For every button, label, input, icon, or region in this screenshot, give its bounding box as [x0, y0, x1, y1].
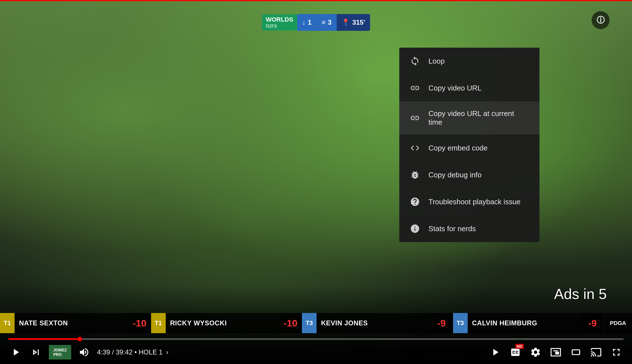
scoreboard-event: WORLDS R2F9 — [262, 14, 297, 31]
time-display: 4:39 / 39:42 • HOLE 1 › — [97, 348, 169, 356]
menu-item-stats-nerds[interactable]: Stats for nerds — [399, 215, 539, 242]
volume-button[interactable] — [77, 345, 91, 360]
player-name-1: NATE SEXTON — [15, 319, 128, 327]
bottom-scoreboard-bar: T1 NATE SEXTON -10 T1 RICKY WYSOCKI -10 … — [0, 313, 632, 333]
menu-item-stats-nerds-label: Stats for nerds — [428, 224, 476, 233]
hd-badge: HD — [515, 344, 524, 349]
context-menu: Loop Copy video URL Copy video URL at cu… — [399, 48, 539, 242]
scoreboard-score-2: ≡ 3 — [317, 14, 336, 31]
menu-item-troubleshoot-label: Troubleshoot playback issue — [428, 198, 521, 206]
scoreboard-score-1: ↓ 1 — [297, 14, 317, 31]
channel-logo: JOMEZPRO — [49, 345, 71, 360]
menu-item-copy-debug[interactable]: Copy debug info — [399, 161, 539, 188]
menu-item-copy-debug-label: Copy debug info — [428, 171, 481, 179]
player-name-2: RICKY WYSOCKI — [166, 319, 280, 327]
ads-countdown: Ads in 5 — [554, 286, 607, 302]
player-rank-4: T3 — [453, 313, 468, 333]
link-icon — [409, 82, 421, 94]
autoplay-button[interactable] — [488, 345, 502, 360]
next-button[interactable] — [29, 345, 43, 360]
settings-button[interactable] — [528, 345, 543, 360]
player-score-3: -9 — [430, 313, 453, 333]
top-scoreboard: WORLDS R2F9 ↓ 1 ≡ 3 📍 315' — [262, 14, 370, 31]
player-controls: JOMEZPRO 4:39 / 39:42 • HOLE 1 › HD — [0, 333, 632, 364]
menu-item-copy-url[interactable]: Copy video URL — [399, 75, 539, 101]
player-score-1: -10 — [128, 313, 151, 333]
equals-icon: ≡ — [322, 18, 326, 26]
info-circle-icon — [409, 223, 421, 234]
pdga-logo: PDGA — [604, 313, 632, 333]
pin-icon: 📍 — [342, 18, 350, 26]
miniplayer-button[interactable] — [548, 345, 563, 360]
loop-icon — [409, 55, 421, 67]
link-time-icon — [409, 112, 421, 124]
video-player: ⓘ WORLDS R2F9 ↓ 1 ≡ 3 📍 315' Loop — [0, 0, 632, 364]
embed-icon — [409, 142, 421, 154]
cast-button[interactable] — [589, 345, 603, 360]
menu-item-loop[interactable]: Loop — [399, 48, 539, 75]
top-border — [0, 0, 632, 1]
controls-row: JOMEZPRO 4:39 / 39:42 • HOLE 1 › HD — [8, 345, 624, 360]
player-score-2: -10 — [279, 313, 302, 333]
player-entry-2: T1 RICKY WYSOCKI -10 — [151, 313, 302, 333]
menu-item-copy-url-label: Copy video URL — [428, 84, 481, 92]
menu-item-copy-url-time-label: Copy video URL at current time — [428, 109, 529, 127]
debug-icon — [409, 169, 421, 180]
player-name-4: CALVIN HEIMBURG — [468, 319, 582, 327]
scoreboard-distance: 📍 315' — [336, 14, 370, 31]
help-circle-icon — [409, 196, 421, 207]
theater-button[interactable] — [569, 345, 583, 360]
player-rank-1: T1 — [0, 313, 15, 333]
fullscreen-button[interactable] — [609, 345, 624, 360]
menu-item-copy-url-time[interactable]: Copy video URL at current time — [399, 101, 539, 135]
info-button[interactable]: ⓘ — [592, 11, 610, 29]
player-entry-3: T3 KEVIN JONES -9 — [302, 313, 453, 333]
menu-item-troubleshoot[interactable]: Troubleshoot playback issue — [399, 188, 539, 215]
progress-bar-fill — [8, 338, 80, 340]
menu-item-loop-label: Loop — [428, 57, 445, 66]
progress-bar[interactable] — [8, 338, 624, 340]
menu-item-copy-embed[interactable]: Copy embed code — [399, 135, 539, 161]
player-score-4: -9 — [581, 313, 604, 333]
player-entry-1: T1 NATE SEXTON -10 — [0, 313, 151, 333]
play-button[interactable] — [8, 345, 23, 360]
player-entry-4: T3 CALVIN HEIMBURG -9 — [453, 313, 604, 333]
arrow-down-icon: ↓ — [302, 18, 306, 26]
menu-item-copy-embed-label: Copy embed code — [428, 144, 488, 152]
player-rank-2: T1 — [151, 313, 166, 333]
cc-button[interactable]: HD — [508, 345, 523, 360]
player-name-3: KEVIN JONES — [317, 319, 430, 327]
player-rank-3: T3 — [302, 313, 317, 333]
